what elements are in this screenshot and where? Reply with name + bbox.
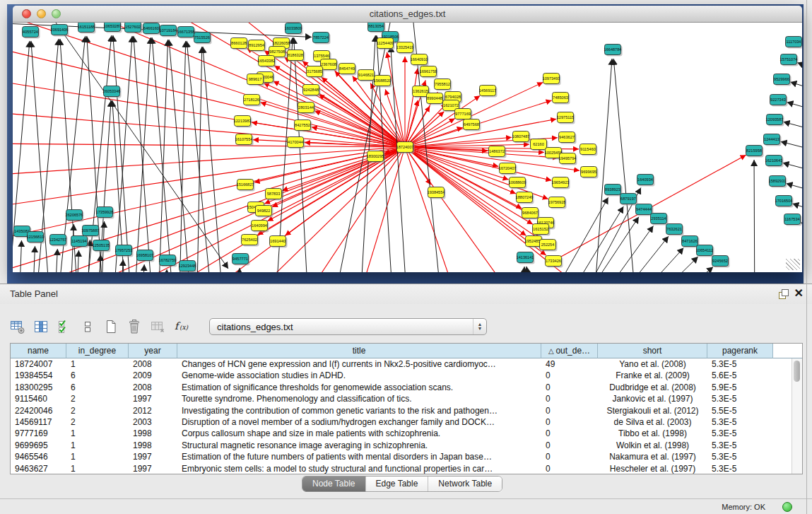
graph-node[interactable]: 14569117 xyxy=(479,86,498,98)
graph-node[interactable]: 9529966 xyxy=(774,74,792,86)
graph-node[interactable]: 9115460 xyxy=(580,144,598,156)
graph-node[interactable]: 7625402 xyxy=(242,235,259,247)
graph-node[interactable]: 17359928 xyxy=(96,207,114,219)
graph-node[interactable]: 11254409 xyxy=(377,38,395,50)
graph-node[interactable]: 1117034 xyxy=(786,37,803,49)
graph-node[interactable]: 15166827 xyxy=(237,180,255,192)
graph-node[interactable]: 9463627 xyxy=(559,132,577,144)
graph-node[interactable]: 9242848 xyxy=(303,85,321,97)
graph-node[interactable]: 12156819 xyxy=(27,232,45,244)
graph-node[interactable]: 10719184 xyxy=(160,25,178,37)
graph-node[interactable]: 14136141 xyxy=(517,252,535,264)
graph-node[interactable]: 26053346 xyxy=(103,86,122,98)
graph-node[interactable]: 8186328 xyxy=(288,50,305,62)
graph-node[interactable]: 587833 xyxy=(266,189,283,201)
table-row[interactable]: 1938455462009Genome-wide association stu… xyxy=(11,370,802,381)
graph-node[interactable]: 15892931 xyxy=(769,176,787,188)
column-header-title[interactable]: title xyxy=(177,344,541,358)
graph-node[interactable]: 10688609 xyxy=(509,177,527,189)
graph-node[interactable]: 4170044 xyxy=(288,137,305,149)
graph-node[interactable]: 2718126 xyxy=(244,95,261,107)
column-header-short[interactable]: short xyxy=(598,344,707,358)
new-document-icon[interactable] xyxy=(103,318,119,335)
graph-node[interactable]: 7857224 xyxy=(313,33,331,45)
table-scrollbar[interactable] xyxy=(792,358,802,474)
graph-node[interactable]: 3175685 xyxy=(307,66,324,78)
graph-node[interactable]: 9699695 xyxy=(581,167,599,179)
graph-node[interactable]: 1145194 xyxy=(71,236,89,248)
graph-node[interactable]: 26206576 xyxy=(66,210,84,222)
select-rows-icon[interactable] xyxy=(57,318,72,335)
table-row[interactable]: 2242004622012Investigating the contribut… xyxy=(11,405,802,416)
graph-node[interactable]: 9227343 xyxy=(770,95,788,107)
graph-node[interactable]: 6879197 xyxy=(620,194,638,206)
float-panel-icon[interactable] xyxy=(778,288,789,300)
graph-node[interactable]: 8427552 xyxy=(295,120,312,132)
graph-node[interactable]: 8990448 xyxy=(427,93,445,105)
graph-node[interactable]: 2803144 xyxy=(298,103,316,115)
table-row[interactable]: 969969511998Structural magnetic resonanc… xyxy=(11,440,802,451)
graph-node[interactable]: 2935114 xyxy=(651,214,669,226)
table-row[interactable]: 946362711997Embryonic stem cells: a mode… xyxy=(11,463,802,474)
graph-node[interactable]: 20691406 xyxy=(51,25,69,37)
graph-node[interactable]: 16033809 xyxy=(285,23,303,35)
graph-node[interactable]: 1640934 xyxy=(637,175,655,187)
graph-node[interactable]: 12975115 xyxy=(557,112,575,124)
column-header-out_de[interactable]: △ out_de… xyxy=(541,344,598,358)
close-panel-icon[interactable]: ✕ xyxy=(794,286,804,300)
graph-node[interactable]: 1527602 xyxy=(125,23,143,34)
column-header-name[interactable]: name xyxy=(11,344,66,358)
graph-node[interactable]: 12505135 xyxy=(93,240,111,252)
column-header-pagerank[interactable]: pagerank xyxy=(707,344,773,358)
graph-node[interactable]: 15751074 xyxy=(780,54,799,66)
graph-node[interactable]: 1691440 xyxy=(270,236,288,248)
graph-node[interactable]: 16782759 xyxy=(159,255,177,267)
column-header-year[interactable]: year xyxy=(129,344,177,358)
resize-grip-icon[interactable] xyxy=(786,259,800,270)
graph-node[interactable]: 16648784 xyxy=(604,45,623,57)
graph-node[interactable]: 8660128 xyxy=(231,38,249,50)
delete-table-icon[interactable] xyxy=(126,318,142,335)
graph-node[interactable]: 16151188 xyxy=(78,23,96,34)
graph-node[interactable]: 12093587 xyxy=(766,115,784,127)
memory-status-led[interactable] xyxy=(782,502,792,512)
graph-node[interactable]: 8912954 xyxy=(249,40,266,52)
graph-node[interactable]: 9457771 xyxy=(233,254,250,266)
graph-node[interactable]: 9777169 xyxy=(455,109,473,121)
table-row[interactable]: 1872400712008Changes of HCN gene express… xyxy=(11,358,802,370)
graph-node[interactable]: 30975887 xyxy=(82,226,100,238)
window-titlebar[interactable]: citations_edges.txt xyxy=(13,6,802,23)
graph-node[interactable]: 7955812 xyxy=(435,79,452,91)
table-select-dropdown[interactable]: citations_edges.txt ▲▼ xyxy=(209,318,487,335)
graph-node[interactable]: 989617 xyxy=(247,74,265,86)
graph-node[interactable]: 17016504 xyxy=(775,196,794,208)
graph-node[interactable]: 8813054 xyxy=(368,23,386,33)
graph-node[interactable]: 8938923 xyxy=(605,185,623,197)
tab-network-table[interactable]: Network Table xyxy=(428,477,502,491)
graph-node[interactable]: 8215958 xyxy=(746,146,764,158)
tab-edge-table[interactable]: Edge Table xyxy=(366,477,429,491)
tab-node-table[interactable]: Node Table xyxy=(302,477,366,491)
graph-node[interactable]: 19654923 xyxy=(552,177,570,189)
network-canvas[interactable]: 1872400740557242069140616151188106532871… xyxy=(13,23,802,272)
graph-node[interactable]: 252254 xyxy=(540,240,558,252)
graph-node[interactable]: 16210643 xyxy=(765,156,784,168)
table-row[interactable]: 977716911998Corpus callosum shape and si… xyxy=(11,428,802,439)
rows-icon[interactable] xyxy=(80,318,95,335)
graph-node[interactable]: 1167534 xyxy=(784,214,802,226)
graph-node[interactable]: 19756928 xyxy=(548,197,567,209)
graph-node[interactable]: 16107554 xyxy=(235,134,254,146)
graph-node[interactable]: 10807487 xyxy=(512,132,531,144)
graph-node[interactable]: 1244413 xyxy=(764,134,782,146)
graph-node[interactable]: 13325419 xyxy=(396,42,415,54)
graph-node[interactable]: 7485063 xyxy=(553,93,570,105)
graph-node[interactable]: 19384554 xyxy=(428,187,446,199)
table-row[interactable]: 1456911722003Disruption of a novel membe… xyxy=(11,416,802,428)
graph-node[interactable]: 7632621 xyxy=(666,224,684,236)
graph-node[interactable]: 1733426 xyxy=(546,256,563,268)
column-selector-icon[interactable] xyxy=(33,318,49,335)
table-row[interactable]: 1830029562008Estimation of significance … xyxy=(11,382,802,393)
graph-node[interactable]: 12213983 xyxy=(234,116,252,128)
graph-node[interactable]: 18807249 xyxy=(516,192,534,204)
graph-node[interactable]: 16543382 xyxy=(258,56,276,68)
